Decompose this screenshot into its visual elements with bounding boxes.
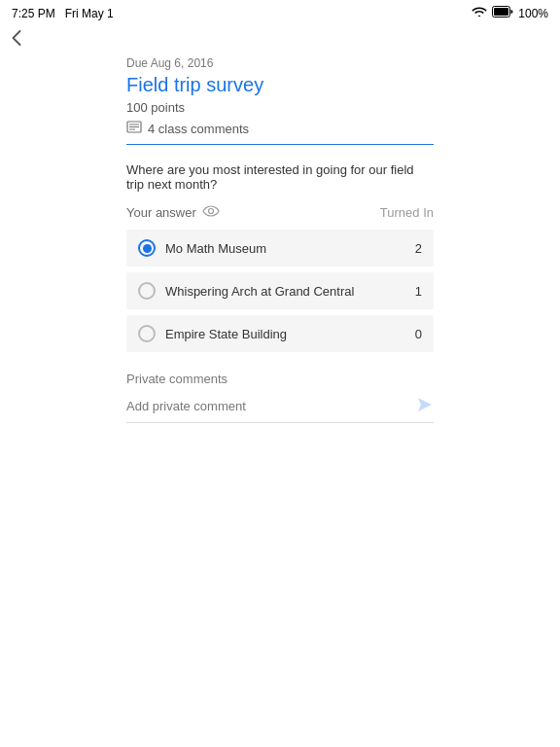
option-label: Whispering Arch at Grand Central	[165, 284, 407, 299]
option-count: 0	[415, 327, 422, 341]
turned-in-label: Turned In	[380, 205, 434, 220]
question-text: Where are you most interested in going f…	[126, 162, 434, 192]
your-answer-label: Your answer	[126, 205, 220, 220]
radio-selected-icon	[138, 239, 156, 257]
back-button[interactable]	[0, 26, 560, 56]
option-item[interactable]: Whispering Arch at Grand Central 1	[126, 272, 434, 309]
due-date: Due Aug 6, 2016	[126, 56, 434, 70]
radio-unselected-icon	[138, 282, 156, 300]
comments-icon	[126, 121, 142, 136]
battery-percent: 100%	[518, 7, 548, 20]
assignment-title: Field trip survey	[126, 74, 434, 96]
option-count: 1	[415, 284, 422, 299]
options-list: Mo Math Museum 2 Whispering Arch at Gran…	[126, 230, 434, 352]
private-comment-input[interactable]	[126, 399, 416, 413]
eye-icon	[202, 205, 220, 220]
radio-unselected-icon	[138, 325, 156, 342]
wifi-icon	[472, 6, 487, 20]
status-right: 100%	[472, 6, 548, 20]
main-content: Due Aug 6, 2016 Field trip survey 100 po…	[0, 56, 560, 423]
comments-count: 4 class comments	[148, 122, 249, 136]
send-icon[interactable]	[416, 396, 434, 416]
option-item[interactable]: Mo Math Museum 2	[126, 230, 434, 267]
points: 100 points	[126, 100, 434, 115]
svg-point-6	[208, 209, 213, 214]
private-comments-label: Private comments	[126, 372, 434, 386]
status-time: 7:25 PM Fri May 1	[12, 7, 114, 20]
option-label: Empire State Building	[165, 327, 407, 341]
private-comment-input-row	[126, 396, 434, 423]
option-item[interactable]: Empire State Building 0	[126, 315, 434, 352]
option-label: Mo Math Museum	[165, 241, 407, 256]
your-answer-row: Your answer Turned In	[126, 205, 434, 220]
svg-rect-1	[494, 8, 508, 16]
divider	[126, 144, 434, 145]
status-bar: 7:25 PM Fri May 1 100%	[0, 0, 560, 26]
battery-icon	[492, 6, 513, 20]
class-comments-row[interactable]: 4 class comments	[126, 121, 434, 136]
option-count: 2	[415, 241, 422, 256]
